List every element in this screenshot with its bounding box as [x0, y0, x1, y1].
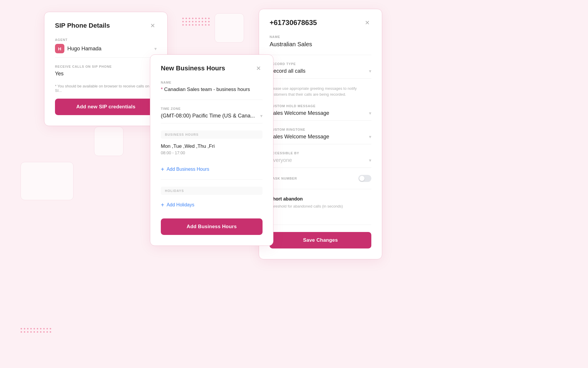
- phone-card-header: +61730678635 ✕: [270, 19, 371, 27]
- biz-timezone-value: (GMT-08:00) Pacific Time (US & Cana...: [161, 113, 255, 119]
- mask-number-label: MASK NUMBER: [270, 177, 297, 180]
- custom-ringtone-field: CUSTOM RINGTONE Sales Welcome Message ▾: [270, 128, 371, 144]
- biz-card-title: New Business Hours: [161, 64, 225, 72]
- add-business-hours-link[interactable]: + Add Business Hours: [161, 164, 263, 175]
- custom-hold-arrow: ▾: [369, 110, 371, 116]
- sip-phone-details-card: SIP Phone Details ✕ AGENT H Hugo Hamada …: [44, 12, 168, 126]
- toggle-thumb: [359, 176, 365, 181]
- biz-time: 08:00 - 17:00: [161, 150, 263, 155]
- phone-number-title: +61730678635: [270, 19, 317, 27]
- add-sip-credentials-button[interactable]: Add new SIP credentials: [55, 99, 157, 115]
- add-biz-hours-link-label: Add Business Hours: [167, 167, 209, 172]
- accessible-field: ACCESSIBLE BY Everyone ▾: [270, 151, 371, 168]
- agent-name: Hugo Hamada: [67, 46, 101, 52]
- record-type-field: RECORD TYPE Record all calls ▾ Please us…: [270, 62, 371, 97]
- phone-details-card: +61730678635 ✕ NAME Australian Sales REC…: [259, 9, 382, 259]
- receive-calls-value: Yes: [55, 71, 157, 77]
- mask-number-field: MASK NUMBER: [270, 175, 371, 182]
- record-type-value: Record all calls: [270, 68, 305, 74]
- biz-name-text: Canadian Sales team - business hours: [164, 87, 250, 92]
- sip-card-title: SIP Phone Details: [55, 22, 110, 29]
- phone-name-divider: [270, 55, 371, 55]
- record-type-arrow: ▾: [369, 68, 371, 74]
- bg-card-2: [21, 162, 74, 200]
- biz-name-asterisk: *: [161, 87, 163, 92]
- agent-field: AGENT H Hugo Hamada ▾: [55, 38, 157, 58]
- phone-name-label: NAME: [270, 35, 371, 39]
- custom-ringtone-arrow: ▾: [369, 134, 371, 140]
- add-holidays-plus-icon: +: [161, 202, 164, 208]
- agent-dropdown-arrow: ▾: [154, 46, 157, 52]
- short-abandon-value: 5: [270, 211, 371, 218]
- custom-ringtone-dropdown[interactable]: Sales Welcome Message ▾: [270, 134, 371, 144]
- biz-card-header: New Business Hours ✕: [161, 64, 263, 72]
- save-changes-button[interactable]: Save Changes: [270, 232, 371, 248]
- biz-timezone-label: TIME ZONE: [161, 107, 263, 110]
- biz-timezone-arrow: ▾: [260, 113, 263, 119]
- phone-name-value: Australian Sales: [270, 41, 371, 48]
- bg-card-top-center: [215, 13, 244, 43]
- biz-card-close-button[interactable]: ✕: [254, 64, 263, 72]
- business-hours-card: New Business Hours ✕ NAME * Canadian Sal…: [150, 54, 273, 246]
- biz-name-label: NAME: [161, 81, 263, 84]
- custom-ringtone-value: Sales Welcome Message: [270, 134, 329, 140]
- accessible-label: ACCESSIBLE BY: [270, 151, 371, 155]
- accessible-arrow: ▾: [369, 158, 371, 163]
- add-holidays-link-label: Add Holidays: [167, 202, 194, 208]
- receive-calls-label: RECEIVE CALLS ON SIP PHONE: [55, 65, 157, 68]
- bg-card-1: [94, 127, 123, 156]
- holidays-section-header: HOLIDAYS: [161, 187, 263, 195]
- mask-number-toggle[interactable]: [358, 175, 371, 182]
- record-type-label: RECORD TYPE: [270, 62, 371, 66]
- phone-card-close-button[interactable]: ✕: [363, 19, 371, 27]
- short-abandon-desc: Threshold for abandoned calls (in second…: [270, 204, 371, 208]
- custom-hold-field: CUSTOM HOLD MESSAGE Sales Welcome Messag…: [270, 104, 371, 121]
- abandon-divider: [270, 225, 371, 225]
- agent-dropdown[interactable]: H Hugo Hamada ▾: [55, 44, 157, 58]
- custom-hold-label: CUSTOM HOLD MESSAGE: [270, 104, 371, 108]
- add-holidays-link[interactable]: + Add Holidays: [161, 200, 263, 210]
- agent-avatar: H: [55, 44, 64, 53]
- short-abandon-label: Short abandon: [270, 196, 371, 202]
- biz-name-field: NAME * Canadian Sales team - business ho…: [161, 81, 263, 92]
- add-business-hours-button[interactable]: Add Business Hours: [161, 218, 263, 235]
- custom-ringtone-label: CUSTOM RINGTONE: [270, 128, 371, 131]
- accessible-dropdown[interactable]: Everyone ▾: [270, 157, 371, 168]
- add-biz-hours-plus-icon: +: [161, 166, 164, 172]
- biz-name-divider: [161, 100, 263, 100]
- agent-badge: H Hugo Hamada: [55, 44, 101, 53]
- custom-hold-value: Sales Welcome Message: [270, 110, 329, 116]
- biz-name-value: * Canadian Sales team - business hours: [161, 87, 263, 92]
- short-abandon-field: Short abandon Threshold for abandoned ca…: [270, 196, 371, 218]
- custom-hold-dropdown[interactable]: Sales Welcome Message ▾: [270, 110, 371, 121]
- biz-days: Mon ,Tue ,Wed ,Thu ,Fri: [161, 143, 263, 149]
- holidays-divider: [161, 179, 263, 180]
- record-type-dropdown[interactable]: Record all calls ▾: [270, 68, 371, 79]
- agent-label: AGENT: [55, 38, 157, 42]
- biz-timezone-dropdown[interactable]: (GMT-08:00) Pacific Time (US & Cana... ▾: [161, 113, 263, 123]
- mask-divider: [270, 189, 371, 189]
- biz-timezone-field: TIME ZONE (GMT-08:00) Pacific Time (US &…: [161, 107, 263, 123]
- dot-pattern-top: [182, 18, 210, 26]
- sip-card-header: SIP Phone Details ✕: [55, 21, 157, 30]
- sip-note: * You should be available on browser to …: [55, 84, 157, 93]
- sip-card-close-button[interactable]: ✕: [148, 21, 157, 30]
- business-hours-section-header: BUSINESS HOURS: [161, 130, 263, 139]
- phone-name-field: NAME Australian Sales: [270, 35, 371, 48]
- dot-pattern-bottom: [21, 328, 51, 333]
- business-hours-item: Mon ,Tue ,Wed ,Thu ,Fri 08:00 - 17:00: [161, 143, 263, 160]
- record-type-note: Please use appropriate greeting messages…: [270, 86, 371, 97]
- receive-calls-field: RECEIVE CALLS ON SIP PHONE Yes: [55, 65, 157, 77]
